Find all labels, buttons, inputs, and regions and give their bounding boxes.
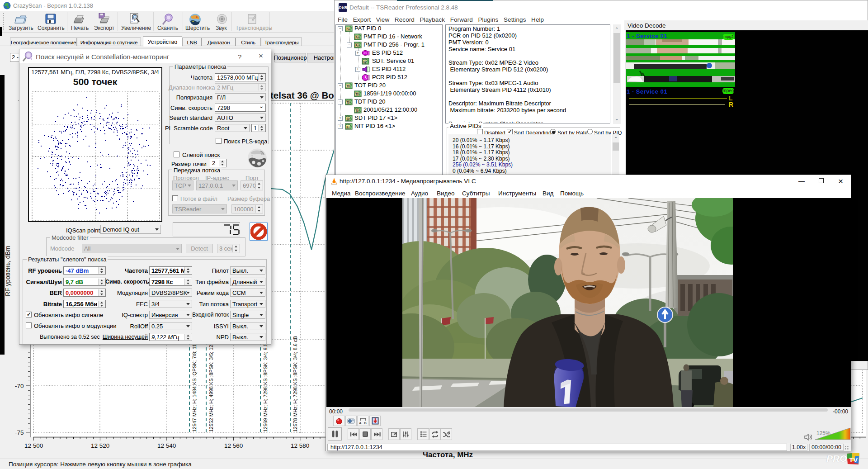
- svg-text:SD: SD: [363, 60, 367, 63]
- svg-text:12 560: 12 560: [224, 442, 243, 449]
- svg-text:-70: -70: [15, 383, 24, 389]
- svg-text:12 580: 12 580: [291, 442, 309, 449]
- svg-text:PA: PA: [346, 28, 350, 31]
- svg-text:12547 MHz; H; 1484 KS ;QPSK; 7: 12547 MHz; H; 1484 KS ;QPSK; 7/8; 11.2: [192, 340, 197, 432]
- svg-text:SD: SD: [346, 117, 350, 120]
- svg-text:TD: TD: [355, 93, 359, 96]
- svg-text:TV: TV: [849, 456, 858, 464]
- svg-text:RF уровень, dBm: RF уровень, dBm: [4, 246, 11, 296]
- svg-text:A: A: [359, 421, 362, 425]
- svg-text:NI: NI: [346, 125, 350, 128]
- svg-text:TD: TD: [346, 85, 350, 88]
- svg-text:12 540: 12 540: [157, 442, 176, 449]
- svg-text:TD: TD: [346, 101, 350, 104]
- svg-text:PA: PA: [355, 44, 359, 47]
- svg-text:12569 MHz; H; 7298 KS ;8PSK; 3: 12569 MHz; H; 7298 KS ;8PSK; 3/4; 9.5 d: [263, 339, 268, 432]
- svg-text:-75: -75: [15, 429, 24, 436]
- svg-text:12552 MHz; H; 4998 KS ;8PSK; 3: 12552 MHz; H; 4998 KS ;8PSK; 3/5; 12.3: [208, 341, 214, 432]
- svg-text:Частота, MHz: Частота, MHz: [423, 450, 473, 459]
- svg-text:telsat 36 @ Bork: telsat 36 @ Bork: [270, 90, 343, 100]
- svg-text:TD: TD: [355, 109, 359, 112]
- svg-text:PA: PA: [355, 36, 359, 39]
- svg-text:B: B: [364, 421, 367, 425]
- svg-text:12 520: 12 520: [91, 442, 109, 449]
- svg-text:12 500: 12 500: [24, 442, 43, 449]
- svg-text:12578 MHz; H; 7298 KS ;8PSK; 3: 12578 MHz; H; 7298 KS ;8PSK; 3/4; 8.6 dB: [292, 336, 298, 432]
